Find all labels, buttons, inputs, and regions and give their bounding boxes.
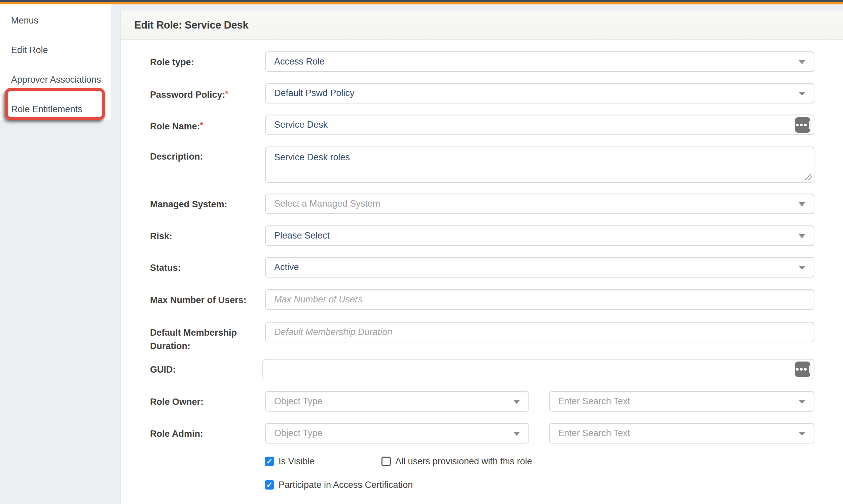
managed-system-select[interactable]: Select a Managed System xyxy=(265,194,814,214)
role-owner-search-select[interactable]: Enter Search Text xyxy=(549,391,814,412)
role-admin-search-select[interactable]: Enter Search Text xyxy=(549,423,814,444)
chevron-down-icon xyxy=(798,266,805,270)
chevron-down-icon xyxy=(513,432,520,436)
description-label: Description: xyxy=(150,150,258,163)
chevron-down-icon xyxy=(798,234,805,238)
password-policy-value: Default Pswd Policy xyxy=(274,84,355,103)
ellipsis-button[interactable] xyxy=(795,117,810,133)
chevron-down-icon xyxy=(798,60,805,64)
is-visible-label: Is Visible xyxy=(278,456,315,467)
membership-duration-label: Default Membership Duration: xyxy=(150,326,258,353)
panel-header: Edit Role: Service Desk xyxy=(121,11,843,40)
chevron-down-icon xyxy=(798,92,805,96)
status-label: Status: xyxy=(150,261,258,274)
role-name-input[interactable]: Service Desk xyxy=(265,114,814,135)
ellipsis-button[interactable] xyxy=(795,362,810,377)
description-textarea[interactable]: Service Desk roles xyxy=(265,146,814,183)
managed-system-label: Managed System: xyxy=(150,198,258,211)
description-value: Service Desk roles xyxy=(274,151,350,163)
role-type-label: Role type: xyxy=(150,55,258,69)
password-policy-select[interactable]: Default Pswd Policy xyxy=(265,83,814,104)
search-text-placeholder: Enter Search Text xyxy=(558,424,630,443)
edit-role-panel: Edit Role: Service Desk Role type: Acces… xyxy=(120,10,843,504)
object-type-placeholder: Object Type xyxy=(274,424,323,443)
max-users-label: Max Number of Users: xyxy=(150,293,258,307)
guid-input[interactable] xyxy=(262,359,814,379)
top-orange-bar xyxy=(0,2,843,4)
all-users-checkbox[interactable] xyxy=(381,457,391,466)
chevron-down-icon xyxy=(513,400,520,404)
role-owner-object-type-select[interactable]: Object Type xyxy=(265,391,529,412)
search-text-placeholder: Enter Search Text xyxy=(558,392,630,411)
all-users-label: All users provisioned with this role xyxy=(395,456,532,467)
role-admin-object-type-select[interactable]: Object Type xyxy=(265,423,529,444)
role-owner-label: Role Owner: xyxy=(150,395,258,409)
status-select[interactable]: Active xyxy=(265,257,814,277)
chevron-down-icon xyxy=(798,400,805,404)
risk-value: Please Select xyxy=(274,226,330,245)
risk-select[interactable]: Please Select xyxy=(265,226,814,246)
risk-label: Risk: xyxy=(150,230,258,243)
participate-label: Participate in Access Certification xyxy=(278,480,413,490)
chevron-down-icon xyxy=(798,202,805,206)
sidebar-item-role-entitlements[interactable]: Role Entitlements xyxy=(11,104,82,114)
ellipsis-icon xyxy=(796,124,798,126)
role-name-value: Service Desk xyxy=(274,115,328,134)
chevron-down-icon xyxy=(798,432,805,436)
resize-handle-icon[interactable] xyxy=(805,174,812,180)
is-visible-checkbox[interactable] xyxy=(265,457,274,466)
object-type-placeholder: Object Type xyxy=(274,392,323,411)
sidebar-item-edit-role[interactable]: Edit Role xyxy=(11,45,48,55)
sidebar-item-menus[interactable]: Menus xyxy=(11,16,38,26)
page-title: Edit Role: Service Desk xyxy=(134,11,248,40)
role-type-select[interactable]: Access Role xyxy=(265,51,814,72)
role-admin-label: Role Admin: xyxy=(150,427,258,440)
managed-system-placeholder: Select a Managed System xyxy=(274,194,380,213)
role-name-label: Role Name:* xyxy=(150,119,258,133)
max-users-input[interactable] xyxy=(265,289,814,310)
sidebar-item-approver-associations[interactable]: Approver Associations xyxy=(11,75,101,85)
membership-duration-input[interactable] xyxy=(265,322,814,342)
guid-label: GUID: xyxy=(150,363,258,376)
sidebar: Menus Edit Role Approver Associations Ro… xyxy=(0,4,111,120)
participate-checkbox[interactable] xyxy=(265,480,274,489)
ellipsis-icon xyxy=(796,368,798,371)
role-type-value: Access Role xyxy=(274,52,325,71)
status-value: Active xyxy=(274,258,299,277)
password-policy-label: Password Policy:* xyxy=(150,87,258,102)
